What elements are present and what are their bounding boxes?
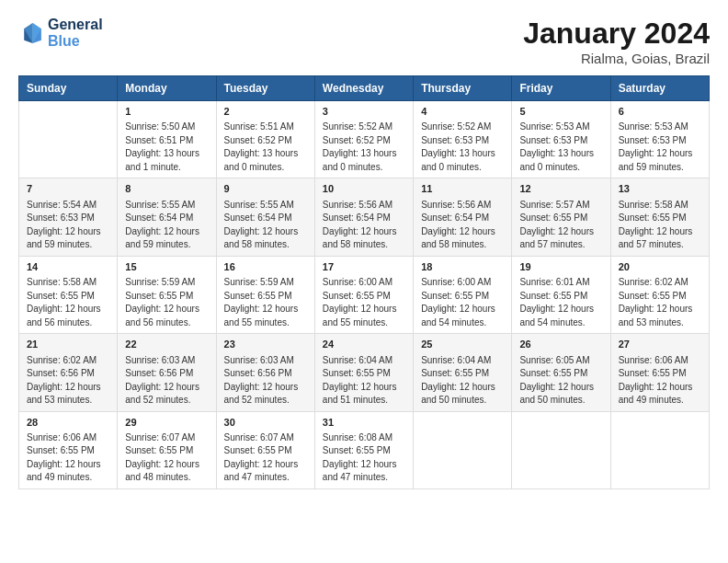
calendar-cell: 7Sunrise: 5:54 AMSunset: 6:53 PMDaylight… (19, 178, 118, 256)
calendar-cell: 4Sunrise: 5:52 AMSunset: 6:53 PMDaylight… (414, 101, 512, 178)
calendar-cell: 3Sunrise: 5:52 AMSunset: 6:52 PMDaylight… (314, 101, 413, 178)
calendar-cell: 11Sunrise: 5:56 AMSunset: 6:54 PMDayligh… (414, 178, 512, 256)
day-number: 14 (27, 260, 109, 274)
calendar-cell: 31Sunrise: 6:08 AMSunset: 6:55 PMDayligh… (314, 411, 413, 488)
cell-content: Sunrise: 6:02 AMSunset: 6:56 PMDaylight:… (27, 354, 109, 408)
subtitle: Rialma, Goias, Brazil (523, 51, 710, 66)
day-number: 29 (125, 416, 208, 430)
calendar-cell: 2Sunrise: 5:51 AMSunset: 6:52 PMDaylight… (216, 101, 314, 178)
cell-content: Sunrise: 5:54 AMSunset: 6:53 PMDaylight:… (27, 199, 109, 252)
day-number: 11 (421, 182, 504, 196)
cell-content: Sunrise: 5:59 AMSunset: 6:55 PMDaylight:… (224, 276, 307, 329)
col-header-wednesday: Wednesday (314, 76, 413, 101)
day-number: 6 (619, 105, 701, 119)
cell-content: Sunrise: 5:50 AMSunset: 6:51 PMDaylight:… (125, 121, 208, 174)
cell-content: Sunrise: 6:00 AMSunset: 6:55 PMDaylight:… (421, 276, 504, 329)
calendar-cell (610, 411, 709, 488)
cell-content: Sunrise: 5:59 AMSunset: 6:55 PMDaylight:… (125, 276, 208, 329)
day-number: 2 (224, 105, 307, 119)
cell-content: Sunrise: 5:55 AMSunset: 6:54 PMDaylight:… (224, 199, 307, 252)
cell-content: Sunrise: 5:56 AMSunset: 6:54 PMDaylight:… (421, 199, 504, 252)
cell-content: Sunrise: 6:05 AMSunset: 6:55 PMDaylight:… (519, 354, 602, 408)
calendar-cell (414, 411, 512, 488)
day-number: 23 (224, 338, 307, 351)
day-number: 5 (519, 105, 602, 119)
page: General Blue January 2024 Rialma, Goias,… (0, 0, 728, 499)
calendar-cell: 10Sunrise: 5:56 AMSunset: 6:54 PMDayligh… (314, 178, 413, 256)
cell-content: Sunrise: 5:52 AMSunset: 6:53 PMDaylight:… (421, 121, 504, 174)
week-row-1: 7Sunrise: 5:54 AMSunset: 6:53 PMDaylight… (19, 178, 710, 256)
cell-content: Sunrise: 6:07 AMSunset: 6:55 PMDaylight:… (224, 431, 307, 485)
calendar-cell: 8Sunrise: 5:55 AMSunset: 6:54 PMDaylight… (118, 178, 216, 256)
calendar-cell (19, 101, 118, 178)
day-number: 10 (323, 182, 405, 196)
day-number: 24 (323, 338, 405, 351)
cell-content: Sunrise: 5:51 AMSunset: 6:52 PMDaylight:… (224, 121, 307, 174)
calendar-cell: 30Sunrise: 6:07 AMSunset: 6:55 PMDayligh… (216, 411, 314, 488)
day-number: 12 (519, 182, 602, 196)
calendar-cell: 14Sunrise: 5:58 AMSunset: 6:55 PMDayligh… (19, 256, 118, 333)
day-number: 7 (27, 182, 109, 196)
calendar-cell: 16Sunrise: 5:59 AMSunset: 6:55 PMDayligh… (216, 256, 314, 333)
col-header-tuesday: Tuesday (216, 76, 314, 101)
calendar-cell: 28Sunrise: 6:06 AMSunset: 6:55 PMDayligh… (19, 411, 118, 488)
cell-content: Sunrise: 5:56 AMSunset: 6:54 PMDaylight:… (323, 199, 405, 252)
day-number: 30 (224, 416, 307, 430)
title-section: January 2024 Rialma, Goias, Brazil (523, 17, 710, 66)
week-row-2: 14Sunrise: 5:58 AMSunset: 6:55 PMDayligh… (19, 256, 710, 333)
calendar-cell: 24Sunrise: 6:04 AMSunset: 6:55 PMDayligh… (314, 334, 413, 411)
cell-content: Sunrise: 5:53 AMSunset: 6:53 PMDaylight:… (619, 121, 701, 174)
cell-content: Sunrise: 6:02 AMSunset: 6:55 PMDaylight:… (619, 276, 701, 329)
calendar-cell: 18Sunrise: 6:00 AMSunset: 6:55 PMDayligh… (414, 256, 512, 333)
calendar-cell: 6Sunrise: 5:53 AMSunset: 6:53 PMDaylight… (610, 101, 709, 178)
calendar-cell (512, 411, 610, 488)
cell-content: Sunrise: 6:01 AMSunset: 6:55 PMDaylight:… (519, 276, 602, 329)
cell-content: Sunrise: 5:55 AMSunset: 6:54 PMDaylight:… (125, 199, 208, 252)
cell-content: Sunrise: 6:00 AMSunset: 6:55 PMDaylight:… (323, 276, 405, 329)
logo-text: General Blue (48, 17, 103, 49)
cell-content: Sunrise: 6:06 AMSunset: 6:55 PMDaylight:… (27, 431, 109, 485)
day-number: 1 (125, 105, 208, 119)
header-row: SundayMondayTuesdayWednesdayThursdayFrid… (19, 76, 710, 101)
cell-content: Sunrise: 6:08 AMSunset: 6:55 PMDaylight:… (323, 431, 405, 485)
calendar-cell: 20Sunrise: 6:02 AMSunset: 6:55 PMDayligh… (610, 256, 709, 333)
week-row-0: 1Sunrise: 5:50 AMSunset: 6:51 PMDaylight… (19, 101, 710, 178)
day-number: 26 (519, 338, 602, 351)
cell-content: Sunrise: 6:03 AMSunset: 6:56 PMDaylight:… (224, 354, 307, 408)
cell-content: Sunrise: 5:52 AMSunset: 6:52 PMDaylight:… (323, 121, 405, 174)
day-number: 28 (27, 416, 109, 430)
logo-icon (18, 20, 44, 46)
day-number: 4 (421, 105, 504, 119)
week-row-4: 28Sunrise: 6:06 AMSunset: 6:55 PMDayligh… (19, 411, 710, 488)
calendar-cell: 5Sunrise: 5:53 AMSunset: 6:53 PMDaylight… (512, 101, 610, 178)
day-number: 18 (421, 260, 504, 274)
cell-content: Sunrise: 6:04 AMSunset: 6:55 PMDaylight:… (421, 354, 504, 408)
day-number: 22 (125, 338, 208, 351)
col-header-monday: Monday (118, 76, 216, 101)
cell-content: Sunrise: 5:58 AMSunset: 6:55 PMDaylight:… (619, 199, 701, 252)
calendar-cell: 26Sunrise: 6:05 AMSunset: 6:55 PMDayligh… (512, 334, 610, 411)
cell-content: Sunrise: 5:57 AMSunset: 6:55 PMDaylight:… (519, 199, 602, 252)
day-number: 15 (125, 260, 208, 274)
col-header-friday: Friday (512, 76, 610, 101)
cell-content: Sunrise: 6:07 AMSunset: 6:55 PMDaylight:… (125, 431, 208, 485)
col-header-saturday: Saturday (610, 76, 709, 101)
calendar-cell: 9Sunrise: 5:55 AMSunset: 6:54 PMDaylight… (216, 178, 314, 256)
calendar-cell: 19Sunrise: 6:01 AMSunset: 6:55 PMDayligh… (512, 256, 610, 333)
calendar-cell: 22Sunrise: 6:03 AMSunset: 6:56 PMDayligh… (118, 334, 216, 411)
day-number: 3 (323, 105, 405, 119)
day-number: 9 (224, 182, 307, 196)
cell-content: Sunrise: 6:04 AMSunset: 6:55 PMDaylight:… (323, 354, 405, 408)
day-number: 8 (125, 182, 208, 196)
col-header-thursday: Thursday (414, 76, 512, 101)
day-number: 20 (619, 260, 701, 274)
calendar-cell: 17Sunrise: 6:00 AMSunset: 6:55 PMDayligh… (314, 256, 413, 333)
cell-content: Sunrise: 6:06 AMSunset: 6:55 PMDaylight:… (619, 354, 701, 408)
calendar-table: SundayMondayTuesdayWednesdayThursdayFrid… (18, 75, 710, 489)
day-number: 13 (619, 182, 701, 196)
calendar-cell: 29Sunrise: 6:07 AMSunset: 6:55 PMDayligh… (118, 411, 216, 488)
day-number: 27 (619, 338, 701, 351)
header: General Blue January 2024 Rialma, Goias,… (18, 17, 710, 66)
calendar-cell: 27Sunrise: 6:06 AMSunset: 6:55 PMDayligh… (610, 334, 709, 411)
day-number: 16 (224, 260, 307, 274)
